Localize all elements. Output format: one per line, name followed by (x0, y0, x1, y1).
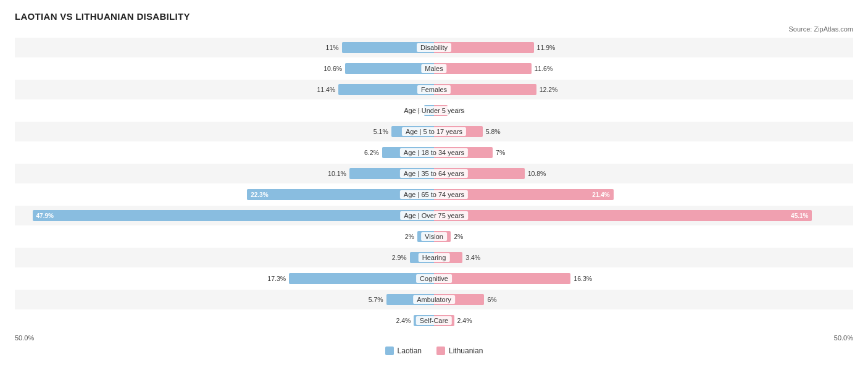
bar-pink (434, 147, 493, 158)
right-value-label: 1.6% (451, 107, 465, 114)
chart-row: 2% Vision 2% (15, 227, 853, 246)
left-value-label: 2.9% (392, 254, 407, 261)
left-bar-wrap: 2% (15, 231, 434, 242)
chart-row: 17.3% Cognitive 16.3% (15, 269, 853, 288)
left-bar-wrap: 47.9% (15, 210, 434, 221)
left-bar-wrap: 10.6% (15, 63, 434, 74)
left-bar-wrap: 5.1% (15, 126, 434, 137)
right-bar-wrap: 7% (434, 147, 853, 158)
axis-right-label: 50.0% (834, 334, 853, 342)
legend-blue-box (385, 346, 394, 355)
legend-laotian-label: Laotian (398, 346, 422, 355)
row-full: 1.2% Age | Under 5 years 1.6% (15, 101, 853, 120)
right-value-label: 16.3% (574, 275, 592, 282)
left-side: 11% (15, 38, 434, 57)
left-bar-wrap: 6.2% (15, 147, 434, 158)
legend-lithuanian-label: Lithuanian (449, 346, 483, 355)
bar-blue (386, 294, 434, 305)
row-full: 5.7% Ambulatory 6% (15, 290, 853, 309)
right-side: 3.4% (434, 248, 853, 267)
chart-title: LAOTIAN VS LITHUANIAN DISABILITY (15, 11, 853, 22)
right-value-label: 3.4% (465, 254, 480, 261)
chart-row: 11.4% Females 12.2% (15, 80, 853, 99)
bar-pink (434, 315, 454, 326)
right-bar-wrap: 6% (434, 294, 853, 305)
right-bar-wrap: 2% (434, 231, 853, 242)
bar-pink (434, 252, 462, 263)
row-full: 11.4% Females 12.2% (15, 80, 853, 99)
chart-row: 22.3% Age | 65 to 74 years 21.4% (15, 185, 853, 204)
right-value-label: 5.8% (486, 128, 501, 135)
chart-row: 2.9% Hearing 3.4% (15, 248, 853, 267)
left-side: 5.1% (15, 122, 434, 141)
left-side: 11.4% (15, 80, 434, 99)
bar-blue: 47.9% (33, 210, 434, 221)
left-bar-wrap: 10.1% (15, 168, 434, 179)
right-value-label: 12.2% (540, 86, 558, 93)
bar-blue: 22.3% (247, 189, 434, 200)
bar-blue (338, 84, 434, 95)
bar-pink (434, 84, 536, 95)
left-bar-wrap: 1.2% (15, 105, 434, 116)
row-full: 2.4% Self-Care 2.4% (15, 311, 853, 330)
right-value-label: 11.9% (537, 44, 556, 51)
left-side: 22.3% (15, 185, 434, 204)
row-full: 10.6% Males 11.6% (15, 59, 853, 78)
left-side: 2% (15, 227, 434, 246)
right-side: 12.2% (434, 80, 853, 99)
right-side: 5.8% (434, 122, 853, 141)
row-full: 11% Disability 11.9% (15, 38, 853, 57)
row-full: 10.1% Age | 35 to 64 years 10.8% (15, 164, 853, 183)
chart-row: 47.9% Age | Over 75 years 45.1% (15, 206, 853, 225)
bar-blue (289, 273, 434, 284)
left-value-inside: 22.3% (251, 191, 268, 198)
right-side: 10.8% (434, 164, 853, 183)
chart-row: 10.1% Age | 35 to 64 years 10.8% (15, 164, 853, 183)
left-bar-wrap: 2.9% (15, 252, 434, 263)
right-bar-wrap: 12.2% (434, 84, 853, 95)
left-side: 1.2% (15, 101, 434, 120)
right-value-label: 6% (487, 296, 496, 303)
right-bar-wrap: 2.4% (434, 315, 853, 326)
left-bar-wrap: 11% (15, 42, 434, 53)
left-side: 6.2% (15, 143, 434, 162)
bar-blue (410, 252, 434, 263)
right-side: 11.6% (434, 59, 853, 78)
chart-row: 10.6% Males 11.6% (15, 59, 853, 78)
bar-blue (382, 147, 434, 158)
left-value-label: 10.1% (328, 170, 346, 177)
bar-pink (434, 273, 570, 284)
left-value-label: 17.3% (267, 275, 286, 282)
right-bar-wrap: 21.4% (434, 189, 853, 200)
bar-blue (424, 105, 434, 116)
bar-pink (434, 126, 483, 137)
bar-pink (434, 42, 534, 53)
right-value-label: 7% (496, 149, 505, 156)
left-bar-wrap: 22.3% (15, 189, 434, 200)
chart-row: 6.2% Age | 18 to 34 years 7% (15, 143, 853, 162)
right-value-label: 2.4% (457, 317, 472, 324)
left-bar-wrap: 2.4% (15, 315, 434, 326)
right-bar-wrap: 3.4% (434, 252, 853, 263)
right-bar-wrap: 16.3% (434, 273, 853, 284)
left-value-inside: 47.9% (36, 212, 54, 219)
chart-row: 5.1% Age | 5 to 17 years 5.8% (15, 122, 853, 141)
chart-row: 11% Disability 11.9% (15, 38, 853, 57)
left-value-label: 11% (326, 44, 339, 51)
right-bar-wrap: 11.6% (434, 63, 853, 74)
legend-laotian: Laotian (385, 346, 422, 355)
right-bar-wrap: 45.1% (434, 210, 853, 221)
left-value-label: 6.2% (364, 149, 379, 156)
bar-blue (391, 126, 434, 137)
legend: Laotian Lithuanian (15, 346, 853, 355)
right-side: 7% (434, 143, 853, 162)
left-bar-wrap: 11.4% (15, 84, 434, 95)
chart-wrapper: LAOTIAN VS LITHUANIAN DISABILITY Source:… (15, 11, 853, 355)
right-value-inside: 21.4% (592, 191, 609, 198)
right-side: 21.4% (434, 185, 853, 204)
chart-row: 5.7% Ambulatory 6% (15, 290, 853, 309)
right-bar-wrap: 11.9% (434, 42, 853, 53)
right-side: 45.1% (434, 206, 853, 225)
axis-left-label: 50.0% (15, 334, 34, 342)
left-side: 17.3% (15, 269, 434, 288)
